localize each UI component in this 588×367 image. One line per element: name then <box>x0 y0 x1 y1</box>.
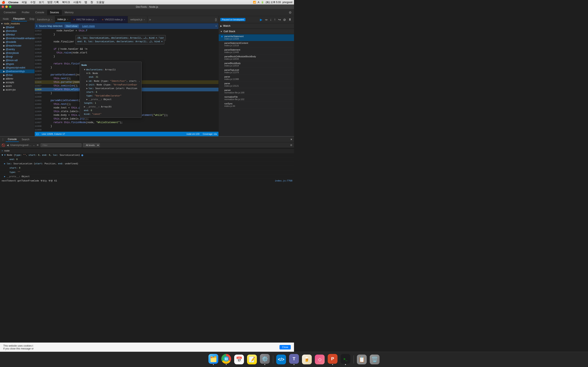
tab-console[interactable]: Console <box>33 10 47 15</box>
editor-tab-index[interactable]: index.js × <box>55 16 71 23</box>
expand-proto-icon[interactable]: ▶ <box>4 175 6 178</box>
menu-bookmarks[interactable]: 북마크 <box>62 0 70 4</box>
eye-icon[interactable]: 👁 <box>36 144 39 147</box>
close-tab-icon[interactable]: × <box>51 18 52 21</box>
menu-help[interactable]: 도움말 <box>96 0 104 4</box>
tab-search-bottom[interactable]: Search <box>20 137 31 142</box>
menu-history[interactable]: 방문 기록 <box>47 0 59 4</box>
menu-file[interactable]: 파일 <box>22 0 27 4</box>
console-input-line: > node <box>0 149 294 153</box>
call-stack-item[interactable]: parse index.js:11388 <box>219 75 294 81</box>
step-into-button[interactable]: ↓ <box>269 17 272 22</box>
call-stack-item[interactable]: parseTopLevel index.js:11379 <box>219 68 294 75</box>
tab-memory[interactable]: Memory <box>62 10 76 15</box>
step-out-button[interactable]: ↑ <box>273 17 277 22</box>
expand-loc-icon[interactable]: ▶ <box>4 162 6 165</box>
tab-console-bottom[interactable]: Console <box>6 137 19 142</box>
call-stack-item[interactable]: parse index.js:13121 <box>219 81 294 88</box>
folder-storybook[interactable]: ▶ @storybook <box>0 51 35 55</box>
call-stack-item[interactable]: runSync index.js:44 <box>219 101 294 108</box>
execute-context-icon[interactable]: /Users/ymcgood/.... <box>10 144 31 147</box>
folder-babel[interactable]: ▶ @babel <box>0 25 35 29</box>
settings-icon[interactable]: ⚙ <box>287 10 293 15</box>
popup-item: length: 1 <box>81 101 140 105</box>
step-button[interactable]: ↪ <box>277 17 282 22</box>
call-stack-item[interactable]: parseBlockOrModuleBlockBody index.js:120… <box>219 54 294 61</box>
tab-profiler[interactable]: Profiler <box>19 10 33 15</box>
menu-profiles[interactable]: 사용자 <box>73 0 81 4</box>
file-link[interactable]: index.js:7768 <box>275 179 292 183</box>
folder-abbrev[interactable]: ▶ abbrev <box>0 77 35 81</box>
step-over-button[interactable]: ⤼ <box>264 17 268 22</box>
console-filter-input[interactable] <box>41 143 81 147</box>
bottom-close-icon[interactable]: ✕ <box>290 138 292 141</box>
deactivate-breakpoints-button[interactable]: ⊘ <box>282 17 287 22</box>
close-sourcemap-icon[interactable]: × <box>215 25 217 27</box>
window-controls[interactable] <box>2 6 11 8</box>
tab-sources[interactable]: Sources <box>47 10 62 15</box>
learn-more-link[interactable]: Learn more <box>82 25 95 27</box>
call-stack-item[interactable]: parseVarStatement index.js:11928 <box>219 34 294 41</box>
chevron-right-icon: ▶ <box>3 77 5 80</box>
subtab-filesystem[interactable]: Filesystem <box>11 17 27 21</box>
folder-sentry[interactable]: ▶ @sentry <box>0 48 35 51</box>
close-tab-icon[interactable]: × <box>144 18 145 21</box>
folder-typescript-eslint[interactable]: ▶ @typescript-eslint <box>0 66 35 69</box>
call-stack-item[interactable]: parseBlockBody index.js:12019 <box>219 61 294 68</box>
minimize-button[interactable] <box>5 6 8 8</box>
folder-accepts[interactable]: ▶ accepts <box>0 81 35 84</box>
menu-window[interactable]: 창 <box>90 0 93 4</box>
menu-view[interactable]: 보기 <box>39 0 44 4</box>
call-stack-item[interactable]: parseStatement index.js:11449 <box>219 48 294 54</box>
folder-fimbul[interactable]: ▶ @fimbul <box>0 33 35 36</box>
clear-console-icon[interactable]: 🚫 <box>2 143 5 147</box>
close-button[interactable] <box>2 6 4 8</box>
close-tab-icon[interactable]: × <box>124 18 125 21</box>
sources-subtabs: Node Filesystem Snippets + ⋯ <box>0 16 35 22</box>
editor-tab-webpack[interactable]: webpack.js × <box>128 16 147 23</box>
apple-logo[interactable]: 🍎 <box>2 1 5 4</box>
pause-on-exceptions-button[interactable]: ⏸ <box>287 17 292 22</box>
editor-tab-transform[interactable]: transform.js × <box>35 16 55 23</box>
folder-xtuc[interactable]: ▶ @xtuc <box>0 73 35 77</box>
expand-icon[interactable]: ⌄ <box>33 144 35 147</box>
watch-section-header[interactable]: ▶ Watch <box>219 23 294 29</box>
expand-node-icon[interactable]: ▼ <box>2 154 3 157</box>
close-tab-icon[interactable]: × <box>67 18 68 21</box>
folder-node-modules[interactable]: ▼ node_modules <box>0 22 35 25</box>
console-panel-drag-handle[interactable]: ⋮ <box>2 138 4 141</box>
format-icon[interactable]: {} <box>215 18 217 21</box>
close-tab-icon[interactable]: × <box>95 18 97 21</box>
menu-tab[interactable]: 탭 <box>85 0 87 4</box>
folder-svgr[interactable]: ▶ @svgr <box>0 55 35 58</box>
log-level-select[interactable]: All levels <box>83 143 100 147</box>
navigate-back-icon[interactable]: ◀ <box>7 144 9 147</box>
call-stack-item[interactable]: parseStatementContent index.js:11518 <box>219 41 294 48</box>
more-tabs-button[interactable]: » <box>147 17 153 22</box>
subtab-node[interactable]: Node <box>1 17 11 21</box>
tab-connection[interactable]: Connection <box>1 10 19 15</box>
call-stack-item[interactable]: normalizeFile normalize-file.js:102 <box>219 95 294 101</box>
folder-acorn[interactable]: ▶ acorn <box>0 84 35 88</box>
folder-types[interactable]: ▶ @types <box>0 62 35 66</box>
call-stack-item[interactable]: parser normalize-file.js:168 <box>219 88 294 95</box>
folder-emotion[interactable]: ▶ @emotion <box>0 29 35 33</box>
settings-icon[interactable]: ⚙ <box>290 144 292 147</box>
folder-acorn-jsx[interactable]: ▶ acorn-jsx <box>0 88 35 92</box>
folder-mrmlnc[interactable]: ▶ @mrmlnc/readdir-enhanced <box>0 36 35 40</box>
subtab-snippets[interactable]: Snippets <box>27 17 35 21</box>
folder-tmon-sdl[interactable]: ▶ @tmon-sdl <box>0 58 35 62</box>
code-area[interactable]: Node ▼declarations: Array(1) ▼0: Node en… <box>35 29 218 132</box>
console-output[interactable]: > node ▼ ▼ Node {type: "", start: 0, end… <box>0 148 294 184</box>
folder-webassemblyjs[interactable]: ▶ @webassemblyjs <box>0 69 35 73</box>
resume-button[interactable]: ▶ <box>259 17 263 22</box>
maximize-button[interactable] <box>9 6 11 8</box>
editor-tab-vm1533[interactable]: ✕ VM1533 index.js × <box>99 16 128 23</box>
folder-nodelib[interactable]: ▶ @nodelib <box>0 40 35 44</box>
dont-show-button[interactable]: Don't show <box>65 25 79 28</box>
menu-chrome[interactable]: Chrome <box>8 1 18 4</box>
editor-tab-vm1784[interactable]: ✕ VM1784 index.js × <box>71 16 99 23</box>
call-stack-section-header[interactable]: ▼ Call Stack <box>219 29 294 34</box>
folder-reach-router[interactable]: ▶ @reach/router <box>0 44 35 48</box>
menu-edit[interactable]: 수정 <box>30 0 35 4</box>
